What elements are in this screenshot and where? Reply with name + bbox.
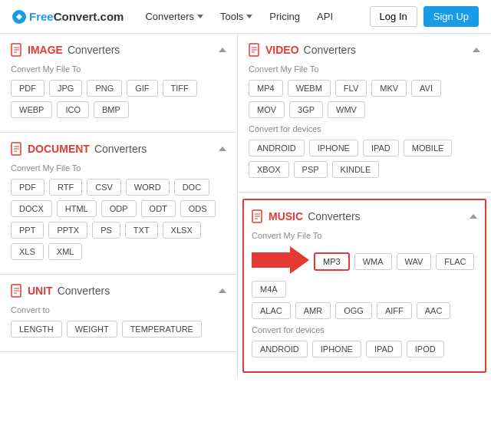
nav-tools[interactable]: Tools	[214, 8, 259, 25]
svg-marker-20	[252, 246, 309, 274]
tag-png[interactable]: PNG	[87, 80, 122, 97]
document-section-title: DOCUMENT Converters	[11, 142, 147, 156]
nav-pricing[interactable]: Pricing	[263, 8, 306, 25]
tag-gif[interactable]: GIF	[127, 80, 157, 97]
tag-mobile[interactable]: MOBILE	[404, 140, 453, 156]
tag-mp4[interactable]: MP4	[249, 80, 283, 97]
left-column: IMAGE Converters Convert My File To PDF …	[0, 34, 238, 379]
tag-odt[interactable]: ODT	[141, 200, 176, 217]
tag-xbox[interactable]: XBOX	[249, 161, 289, 178]
image-collapse-icon[interactable]	[219, 48, 226, 52]
tag-mov[interactable]: MOV	[249, 101, 285, 118]
tag-txt[interactable]: TXT	[125, 222, 158, 239]
logo-free: Free	[29, 10, 54, 23]
document-sub-label: Convert My File To	[11, 163, 226, 173]
tag-ppt[interactable]: PPT	[11, 222, 44, 239]
document-cat-rest: Converters	[94, 143, 147, 155]
tag-flac[interactable]: FLAC	[436, 253, 474, 270]
tag-avi[interactable]: AVI	[411, 80, 441, 97]
tag-flv[interactable]: FLV	[335, 80, 367, 97]
tag-wma[interactable]: WMA	[354, 253, 392, 270]
tag-xls[interactable]: XLS	[11, 243, 44, 260]
music-cat-label: MUSIC	[269, 210, 303, 222]
tag-xml[interactable]: XML	[48, 243, 83, 260]
nav-right: Log In Sign Up	[370, 6, 479, 27]
login-button[interactable]: Log In	[370, 6, 417, 27]
music-sub-label-2: Convert for devices	[252, 325, 477, 334]
unit-cat-label: UNIT	[28, 285, 53, 297]
tag-ico[interactable]: ICO	[57, 101, 89, 118]
music-cat-rest: Converters	[308, 210, 360, 222]
tag-tiff[interactable]: TIFF	[163, 80, 197, 97]
unit-sub-label: Convert to	[11, 305, 226, 315]
tag-docx[interactable]: DOCX	[11, 200, 52, 217]
tag-doc[interactable]: DOC	[174, 179, 209, 196]
video-collapse-icon[interactable]	[473, 48, 480, 52]
video-section-title: VIDEO Converters	[249, 43, 356, 57]
document-icon	[11, 142, 23, 156]
tag-ogg[interactable]: OGG	[335, 302, 372, 319]
image-cat-rest: Converters	[68, 44, 120, 56]
video-sub-label-2: Convert for devices	[249, 124, 480, 133]
tag-android[interactable]: ANDROID	[252, 341, 308, 357]
tag-wmv[interactable]: WMV	[328, 101, 365, 118]
image-section: IMAGE Converters Convert My File To PDF …	[0, 34, 237, 133]
tag-csv[interactable]: CSV	[87, 179, 121, 196]
tag-alac[interactable]: ALAC	[252, 302, 291, 319]
tag-jpg[interactable]: JPG	[49, 80, 82, 97]
tag-ipad[interactable]: IPAD	[363, 140, 399, 156]
tag-ps[interactable]: PS	[92, 222, 120, 239]
tag-kindle[interactable]: KINDLE	[332, 161, 380, 178]
tag-pptx[interactable]: PPTX	[48, 222, 87, 239]
tag-aiff[interactable]: AIFF	[377, 302, 412, 319]
tag-ipad[interactable]: IPAD	[366, 341, 402, 357]
tag-iphone[interactable]: IPHONE	[312, 341, 361, 357]
video-cat-label: VIDEO	[265, 44, 299, 56]
red-arrow	[252, 246, 309, 276]
tag-m4a[interactable]: M4A	[252, 281, 286, 298]
unit-collapse-icon[interactable]	[219, 288, 226, 293]
tag-ipod[interactable]: IPOD	[407, 341, 444, 357]
unit-section-title: UNIT Converters	[11, 284, 110, 298]
tag-iphone[interactable]: IPHONE	[309, 140, 358, 156]
tag-aac[interactable]: AAC	[417, 302, 451, 319]
document-collapse-icon[interactable]	[219, 147, 226, 151]
tag-psp[interactable]: PSP	[294, 161, 328, 178]
tag-android[interactable]: ANDROID	[249, 140, 305, 156]
tag-html[interactable]: HTML	[57, 200, 97, 217]
header: FreeConvert.com Converters Tools Pricing…	[0, 0, 491, 34]
image-cat-label: IMAGE	[28, 44, 63, 56]
music-device-tags: ANDROID IPHONE IPAD IPOD	[252, 341, 477, 357]
tag-wav[interactable]: WAV	[397, 253, 432, 270]
tag-temperature[interactable]: TEMPERATURE	[122, 321, 202, 338]
chevron-down-icon	[197, 15, 203, 18]
tag-mp3[interactable]: MP3	[314, 252, 350, 271]
music-section: MUSIC Converters Convert My File To MP3 …	[242, 199, 486, 373]
nav-converters[interactable]: Converters	[139, 8, 209, 25]
tag-webp[interactable]: WEBP	[11, 101, 52, 118]
signup-button[interactable]: Sign Up	[423, 6, 479, 27]
tag-xlsx[interactable]: XLSX	[163, 222, 201, 239]
tag-mkv[interactable]: MKV	[371, 80, 407, 97]
tag-rtf[interactable]: RTF	[49, 179, 82, 196]
logo[interactable]: FreeConvert.com	[12, 10, 124, 24]
tag-webm[interactable]: WEBM	[288, 80, 331, 97]
video-icon	[249, 43, 261, 57]
nav-api[interactable]: API	[311, 8, 339, 25]
tag-ods[interactable]: ODS	[180, 200, 216, 217]
image-tags: PDF JPG PNG GIF TIFF WEBP ICO BMP	[11, 80, 226, 118]
tag-length[interactable]: LENGTH	[11, 321, 62, 338]
tag-weight[interactable]: WEIGHT	[67, 321, 117, 338]
tag-3gp[interactable]: 3GP	[289, 101, 323, 118]
logo-icon	[12, 10, 26, 24]
tag-pdf[interactable]: PDF	[11, 179, 44, 196]
video-device-tags: ANDROID IPHONE IPAD MOBILE XBOX PSP KIND…	[249, 140, 480, 178]
music-collapse-icon[interactable]	[470, 214, 477, 219]
unit-section: UNIT Converters Convert to LENGTH WEIGHT…	[0, 275, 237, 352]
tag-word[interactable]: WORD	[126, 179, 170, 196]
tag-pdf[interactable]: PDF	[11, 80, 44, 97]
tag-amr[interactable]: AMR	[295, 302, 331, 319]
tag-bmp[interactable]: BMP	[94, 101, 129, 118]
tag-odp[interactable]: ODP	[101, 200, 137, 217]
unit-section-header: UNIT Converters	[11, 284, 226, 298]
